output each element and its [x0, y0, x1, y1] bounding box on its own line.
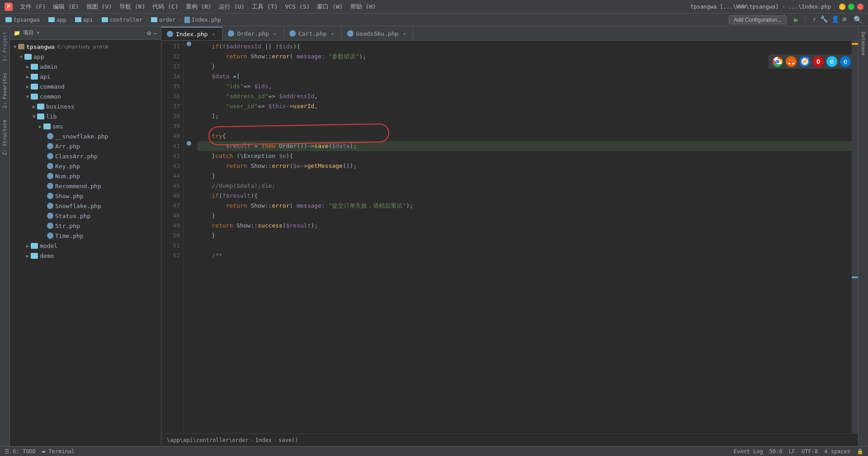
tree-item-app[interactable]: ▼ app	[10, 52, 161, 62]
menu-tools[interactable]: 工具 (T)	[252, 3, 278, 11]
tree-item-recommend-php[interactable]: Recommend.php	[10, 181, 161, 191]
tab-cart-php[interactable]: Cart.php ✕	[284, 27, 342, 40]
add-configuration-button[interactable]: Add Configuration...	[729, 15, 787, 24]
tree-item-model[interactable]: ▶ model	[10, 241, 161, 251]
tree-item-classarr-php[interactable]: ClassArr.php	[10, 151, 161, 161]
tree-item-api[interactable]: ▶ api	[10, 71, 161, 81]
menu-help[interactable]: 帮助 (H)	[350, 3, 376, 11]
tree-item-demo[interactable]: ▶ demo	[10, 251, 161, 261]
menu-code[interactable]: 代码 (C)	[152, 3, 178, 11]
menu-nav[interactable]: 导航 (N)	[119, 3, 145, 11]
folder-icon	[102, 17, 108, 22]
run-coverage-icon[interactable]: 👤	[831, 15, 839, 24]
safari-browser-icon[interactable]: 🧭	[799, 56, 810, 67]
code-line-35: "ids"=> $ids,	[198, 81, 852, 91]
tree-item-sms[interactable]: ▶ sms	[10, 121, 161, 131]
nav-breadcrumb-bar: tpsangwa › app › api › controller › orde…	[0, 14, 868, 26]
tab-index-php[interactable]: Index.php ✕	[161, 27, 222, 40]
breadcrumb-file[interactable]: Index.php	[184, 17, 221, 23]
tree-item-common[interactable]: ▼ common	[10, 91, 161, 101]
close-button[interactable]	[857, 4, 863, 10]
menu-refactor[interactable]: 重构 (R)	[186, 3, 212, 11]
profile-icon[interactable]: 🔧	[820, 15, 828, 24]
tree-item-command[interactable]: ▶ command	[10, 81, 161, 91]
maximize-button[interactable]	[848, 4, 854, 10]
main-content: 1: Project 2: Favorites Z: Structure 📁 项…	[0, 26, 868, 446]
tree-item-business[interactable]: ▶ business	[10, 101, 161, 111]
tree-item-root[interactable]: ▼ tpsangwa E:\phpstudy_pro\W	[10, 42, 161, 52]
file-tree: ▼ tpsangwa E:\phpstudy_pro\W ▼ app ▶ adm…	[10, 40, 161, 446]
tree-item-status-php[interactable]: Status.php	[10, 211, 161, 221]
tree-item-admin[interactable]: ▶ admin	[10, 62, 161, 71]
code-line-31: if(!$addressId || !$ids){	[198, 42, 852, 52]
tree-item-str-php[interactable]: Str.php	[10, 221, 161, 231]
tab-close-goodssku[interactable]: ✕	[401, 30, 407, 37]
tree-item-time-php[interactable]: Time.php	[10, 231, 161, 241]
event-log-button[interactable]: Event Log	[734, 448, 763, 455]
ie-browser-icon[interactable]: e	[826, 56, 837, 67]
status-left: ☰ 6: TODO ▬ Terminal	[5, 448, 75, 455]
tab-order-php[interactable]: Order.php ✕	[222, 27, 283, 40]
settings-icon[interactable]: ⚙	[147, 29, 151, 37]
bc-sep-1: ›	[42, 17, 46, 23]
right-gutter	[852, 41, 858, 433]
tree-item-key-php[interactable]: Key.php	[10, 161, 161, 171]
tab-icon-goodssku	[347, 30, 354, 37]
code-line-34: $data =[	[198, 71, 852, 81]
breadcrumb-app[interactable]: app	[48, 17, 66, 23]
debug-icon[interactable]: ⚡	[812, 15, 816, 24]
structure-panel-toggle[interactable]: Z: Structure	[1, 114, 9, 161]
panel-header-left: 📁 项目 ▼	[14, 29, 39, 37]
opera-browser-icon[interactable]: O	[813, 56, 824, 67]
panel-header-icons: ⚙ —	[147, 29, 157, 37]
line-ending: LF	[789, 448, 795, 455]
edge-browser-icon[interactable]: e	[840, 56, 851, 67]
search-icon[interactable]: 🔍	[854, 15, 863, 24]
code-line-43: return Show::error($e->getMessage());	[198, 161, 852, 171]
terminal-button[interactable]: ▬ Terminal	[42, 448, 75, 455]
tree-item-snowflake-php[interactable]: __snowflake.php	[10, 131, 161, 141]
breadcrumb-tpsangwa[interactable]: tpsangwa	[5, 17, 40, 23]
menu-file[interactable]: 文件 (F)	[20, 3, 46, 11]
database-panel-toggle[interactable]: Database	[859, 26, 867, 61]
menu-run[interactable]: 运行 (U)	[219, 3, 245, 11]
tree-item-lib[interactable]: ▼ lib	[10, 111, 161, 121]
folder-icon	[5, 17, 12, 22]
minimize-button[interactable]	[839, 4, 845, 10]
tab-close-order[interactable]: ✕	[272, 30, 278, 37]
menu-window[interactable]: 窗口 (W)	[317, 3, 343, 11]
run-icon[interactable]: ▶	[794, 15, 798, 24]
folder-icon	[151, 17, 157, 22]
code-line-46: if(!$result){	[198, 191, 852, 201]
favorites-panel-toggle[interactable]: 2: Favorites	[1, 67, 9, 114]
editor-area: Index.php ✕ Order.php ✕ Cart.php ✕ Goods…	[161, 26, 858, 446]
code-content[interactable]: if(!$addressId || !$ids){ return Show::e…	[192, 41, 852, 433]
tree-item-num-php[interactable]: Num.php	[10, 171, 161, 181]
breadcrumb-api[interactable]: api	[75, 17, 93, 23]
tab-goodssku-php[interactable]: GoodsSku.php ✕	[342, 27, 414, 40]
project-dropdown-icon[interactable]: ▼	[37, 30, 39, 35]
title-bar-left: P 文件 (F) 编辑 (E) 视图 (V) 导航 (N) 代码 (C) 重构 …	[5, 3, 376, 11]
breadcrumb-controller[interactable]: controller	[102, 17, 142, 23]
breadcrumb-order[interactable]: order	[151, 17, 175, 23]
project-panel-toggle[interactable]: 1: Project	[1, 26, 9, 67]
tab-close-index[interactable]: ✕	[210, 31, 217, 37]
tree-item-arr-php[interactable]: Arr.php	[10, 141, 161, 151]
code-line-52: /**	[198, 251, 852, 261]
chrome-browser-icon[interactable]	[772, 56, 783, 67]
tree-item-show-php[interactable]: Show.php	[10, 191, 161, 201]
tab-close-cart[interactable]: ✕	[330, 30, 336, 37]
layout-icon[interactable]: ⊞	[843, 15, 846, 24]
collapse-panel-icon[interactable]: —	[154, 29, 157, 37]
todo-button[interactable]: ☰ 6: TODO	[5, 448, 36, 455]
menu-vcs[interactable]: VCS (S)	[285, 3, 310, 10]
code-line-50: }	[198, 231, 852, 241]
code-editor[interactable]: 31 32 33 34 35 36 37 38 39 40 41 42 43 4…	[161, 41, 858, 433]
tree-item-snowflakeclass-php[interactable]: Snowflake.php	[10, 201, 161, 211]
file-icon	[184, 17, 190, 23]
project-title: tpsangwa [...\WWW\tpsangwa] - ...\Index.…	[690, 4, 831, 10]
menu-view[interactable]: 视图 (V)	[86, 3, 112, 11]
bottom-breadcrumb: \app\api\controller\order › Index › save…	[161, 433, 858, 446]
menu-edit[interactable]: 编辑 (E)	[53, 3, 79, 11]
firefox-browser-icon[interactable]: 🦊	[786, 56, 797, 67]
